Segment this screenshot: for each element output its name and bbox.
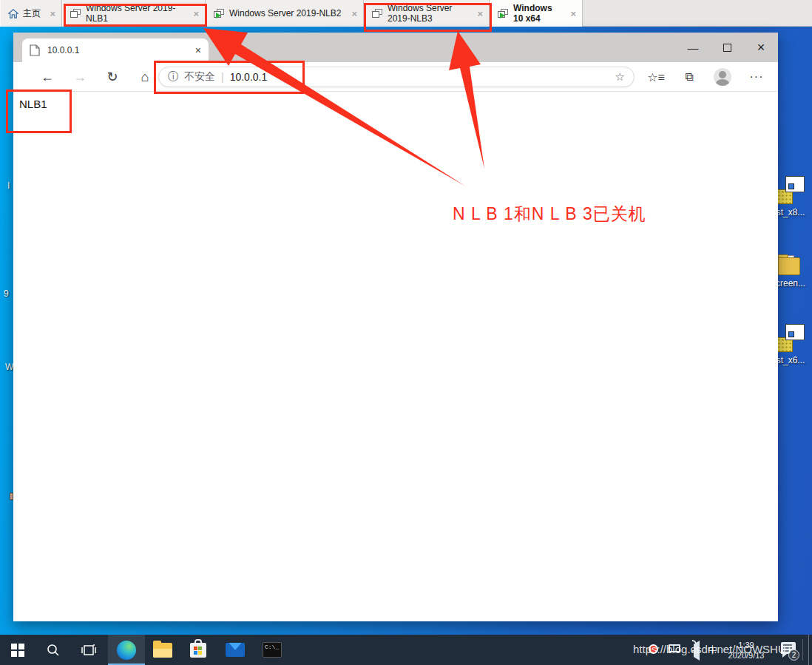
address-bar[interactable]: ⓘ 不安全 | 10.0.0.1 ☆: [158, 67, 635, 87]
new-tab-button[interactable]: +: [219, 40, 228, 57]
collections-icon[interactable]: ⧉: [677, 62, 702, 92]
browser-tab-title: 10.0.0.1: [47, 45, 79, 55]
folder-icon: [778, 253, 803, 275]
file-explorer-icon: [153, 643, 172, 658]
add-favorite-icon[interactable]: ☆: [615, 70, 625, 84]
home-icon: [8, 9, 18, 18]
edge-icon: [117, 641, 136, 660]
system-tray: 中 1:39 2020/9/13 2: [806, 635, 812, 665]
close-icon[interactable]: ×: [566, 8, 576, 19]
desktop-fragment-label: 9: [4, 288, 9, 299]
task-view-button[interactable]: [71, 635, 106, 665]
close-icon[interactable]: ×: [189, 8, 199, 19]
settings-menu-icon[interactable]: ···: [744, 62, 769, 92]
mail-icon: [226, 643, 245, 657]
taskbar: C:\_ 中 1:39 2020/9/13 2 https://blog.csd…: [0, 635, 812, 665]
store-icon: [190, 643, 206, 658]
search-button[interactable]: [35, 635, 71, 665]
edge-browser-window: 10.0.0.1 × + — × ← → ↻ ⌂ ⓘ 不安全 | 10.0.0.…: [13, 33, 778, 621]
refresh-icon[interactable]: ↻: [101, 62, 124, 92]
maximize-button[interactable]: [710, 33, 744, 62]
command-prompt-icon: C:\_: [263, 642, 282, 658]
browser-home-icon[interactable]: ⌂: [134, 62, 156, 92]
vm-tab-nlb2[interactable]: Windows Server 2019-NLB2 ×: [206, 0, 364, 27]
close-icon[interactable]: ×: [473, 8, 483, 19]
forward-icon: →: [69, 62, 91, 92]
taskbar-explorer-button[interactable]: [145, 635, 180, 665]
tray-separator: [802, 639, 803, 661]
vm-tab-home[interactable]: 主页 ×: [0, 0, 62, 27]
page-icon: [30, 44, 40, 56]
vm-running-icon: [498, 9, 509, 18]
vm-tab-label: Windows Server 2019-NLB2: [229, 8, 341, 18]
desktop-fragment-label: I: [7, 180, 10, 191]
page-heading: NLB1: [19, 98, 772, 110]
site-info-icon[interactable]: ⓘ: [168, 70, 178, 84]
profile-avatar[interactable]: [710, 62, 735, 92]
installer-icon: [777, 324, 805, 352]
address-url[interactable]: 10.0.0.1: [230, 71, 268, 83]
vm-tab-label: Windows 10 x64: [513, 3, 561, 24]
vm-tab-label: 主页: [23, 7, 41, 20]
desktop-fragment-label: W: [5, 362, 13, 372]
start-button[interactable]: [0, 635, 35, 665]
vm-tab-bar: 主页 × Windows Server 2019-NLB1 × Windows …: [0, 0, 812, 27]
close-icon[interactable]: ×: [347, 8, 357, 19]
task-view-icon: [81, 644, 96, 657]
windows-logo-icon: [11, 644, 24, 657]
taskbar-mail-button[interactable]: [217, 635, 253, 665]
vm-tab-win10[interactable]: Windows 10 x64 ×: [490, 0, 583, 27]
close-button[interactable]: ×: [744, 33, 778, 62]
vm-tab-nlb3[interactable]: Windows Server 2019-NLB3 ×: [364, 0, 490, 27]
vm-stopped-icon: [372, 9, 383, 18]
vm-running-icon: [214, 9, 225, 18]
vm-stopped-icon: [70, 9, 81, 18]
search-icon: [46, 643, 61, 658]
vm-tab-label: Windows Server 2019-NLB1: [86, 3, 184, 24]
avatar-icon: [714, 68, 731, 86]
close-icon[interactable]: ×: [45, 8, 55, 19]
back-icon[interactable]: ←: [36, 62, 58, 92]
installer-icon: [777, 176, 805, 204]
taskbar-edge-button[interactable]: [108, 635, 145, 665]
vm-tab-label: Windows Server 2019-NLB3: [388, 3, 468, 24]
vm-tab-nlb1[interactable]: Windows Server 2019-NLB1 ×: [62, 0, 206, 27]
browser-content: NLB1: [13, 92, 778, 621]
address-divider: |: [221, 71, 224, 83]
minimize-button[interactable]: —: [676, 33, 710, 62]
tab-close-icon[interactable]: ×: [195, 44, 201, 56]
taskbar-store-button[interactable]: [180, 635, 216, 665]
security-label: 不安全: [184, 70, 215, 84]
maximize-icon: [723, 44, 731, 52]
browser-titlebar[interactable]: 10.0.0.1 × + — ×: [13, 33, 778, 62]
favorites-icon[interactable]: ☆≡: [643, 62, 669, 92]
show-desktop-button[interactable]: [808, 635, 812, 665]
browser-toolbar: ← → ↻ ⌂ ⓘ 不安全 | 10.0.0.1 ☆ ☆≡ ⧉ ···: [13, 62, 778, 92]
watermark-text: https://blog.csdn.net/NOWSHUT: [633, 643, 793, 655]
taskbar-cmd-button[interactable]: C:\_: [254, 635, 290, 665]
browser-tab[interactable]: 10.0.0.1 ×: [22, 38, 209, 62]
